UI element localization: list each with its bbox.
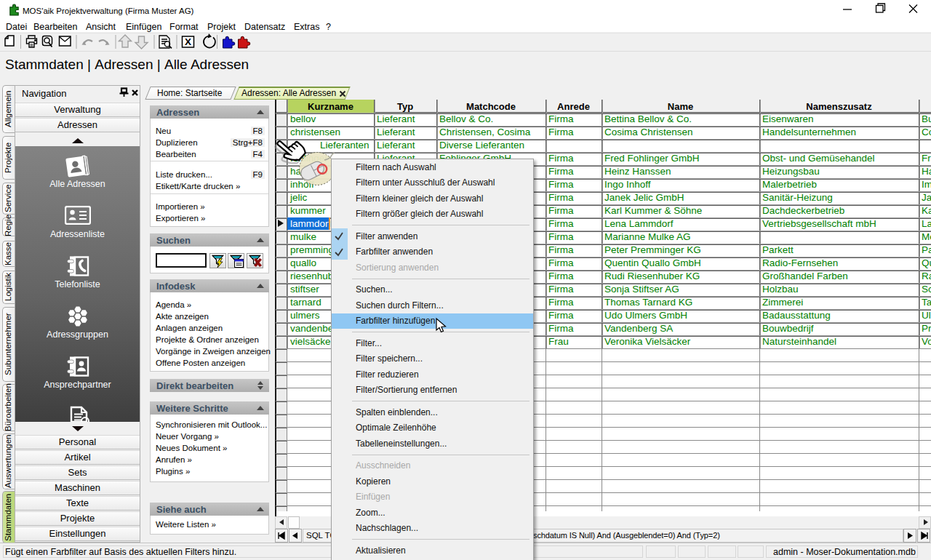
svg-text:X: X (185, 36, 191, 47)
